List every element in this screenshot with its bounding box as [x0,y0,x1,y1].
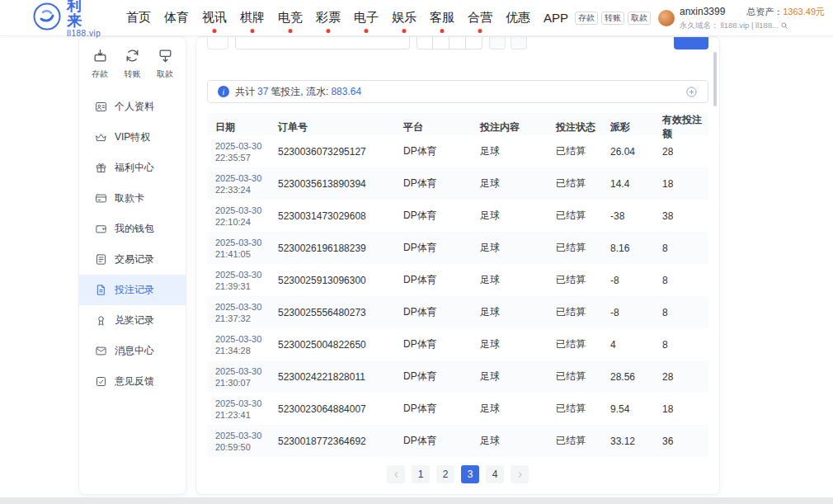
bet-content-cell: 足球 [480,273,556,287]
avatar[interactable] [658,10,675,26]
logo[interactable]: 利来 ll188.vip [33,0,101,38]
nav-item[interactable]: 视讯 [195,10,233,26]
sidebar-menu: 个人资料VIP特权福利中心取款卡我的钱包交易记录投注记录兑奖记录消息中心意见反馈 [79,92,186,397]
plus-circle-icon[interactable] [685,86,698,98]
filter-input[interactable] [235,36,410,49]
nav-item[interactable]: 优惠 [499,10,537,26]
table-row: 2025-03-3021:34:285230025004822650DP体育足球… [207,328,708,360]
nav-item[interactable]: 体育 [158,10,195,26]
payout-cell: -8 [610,307,662,318]
page-3[interactable]: 3 [461,465,479,483]
summary-volume: 883.64 [331,86,361,97]
payout-cell: 4 [610,339,662,351]
welfare-icon [95,162,107,174]
column-header: 派彩 [610,120,662,134]
chip-deposit[interactable]: 存款 [575,12,598,25]
summary-middle: 笔投注, 流水: [271,86,328,97]
sidebar-item-label: 福利中心 [115,161,154,175]
platform-cell: DP体育 [403,402,480,416]
table-header-row: 日期订单号平台投注内容投注状态派彩有效投注额 [207,113,708,135]
sidebar-item[interactable]: VIP特权 [79,122,186,153]
chip-withdraw[interactable]: 取款 [628,12,651,25]
pagination-prev[interactable] [387,465,405,483]
page-content: 存款转账取款 个人资料VIP特权福利中心取款卡我的钱包交易记录投注记录兑奖记录消… [0,36,833,495]
nav-item[interactable]: 客服 [423,10,461,26]
domain-search-icon[interactable] [780,21,788,30]
table-body: 2025-03-3022:35:575230036073295127DP体育足球… [207,135,708,457]
sidebar-item[interactable]: 取款卡 [79,183,186,214]
order-no-cell: 5230024221828011 [278,371,403,383]
payout-cell: -8 [610,275,662,286]
table-row: 2025-03-3021:37:325230025556480273DP体育足球… [207,296,708,328]
username: anxin3399 [680,6,725,18]
bet-content-cell: 足球 [480,177,556,191]
date-cell: 2025-03-3021:30:07 [215,365,278,389]
valid-amount-cell: 8 [662,307,708,318]
nav-item[interactable]: 娱乐 [385,10,423,26]
filter-icon-buttons[interactable] [489,36,527,49]
quick-action[interactable]: 转账 [125,48,141,80]
nav-item[interactable]: 彩票 [309,10,347,26]
date-cell: 2025-03-3021:23:41 [215,398,278,421]
table-row: 2025-03-3021:41:055230026196188239DP体育足球… [207,232,708,264]
quick-chips: 存款转账取款 [575,12,651,25]
quick-action[interactable]: 存款 [92,48,108,80]
date-cell: 2025-03-3021:41:05 [215,237,278,260]
bet-records-panel: i 共计37笔投注, 流水:883.64 日期订单号平台投注内容投注状态派彩有效… [195,36,720,495]
pagination-next[interactable] [511,465,529,483]
valid-amount-cell: 18 [662,178,708,190]
sidebar-item[interactable]: 意见反馈 [79,366,186,397]
payout-cell: -38 [610,210,662,222]
date-cell: 2025-03-3021:37:32 [215,301,278,324]
payout-cell: 14.4 [610,178,662,190]
filter-label-fragment [207,36,228,49]
platform-cell: DP体育 [403,305,480,319]
page-2[interactable]: 2 [436,465,454,483]
bet-content-cell: 足球 [480,209,556,223]
valid-amount-cell: 36 [662,436,708,447]
table-row: 2025-03-3022:10:245230031473029608DP体育足球… [207,200,708,232]
sidebar-item[interactable]: 消息中心 [79,336,186,366]
nav-item[interactable]: 棋牌 [233,10,271,26]
sidebar-item[interactable]: 我的钱包 [79,214,186,244]
nav-item[interactable]: 合营 [461,10,499,26]
nav-item[interactable]: APP [537,11,575,25]
scrollbar[interactable] [713,52,717,106]
chip-transfer[interactable]: 转账 [601,12,624,25]
order-no-cell: 5230035613890394 [278,178,403,190]
page-4[interactable]: 4 [486,465,504,483]
search-button[interactable] [674,36,708,49]
nav-item[interactable]: 电竞 [271,10,309,26]
valid-amount-cell: 8 [662,243,708,254]
sidebar-item[interactable]: 交易记录 [79,244,186,275]
valid-amount-cell: 28 [662,371,708,383]
horizontal-scrollbar[interactable] [0,497,833,504]
sidebar-item-label: 投注记录 [115,283,154,297]
sidebar-item-label: 个人资料 [115,100,154,114]
permanent-domain-label: 永久域名： [680,21,719,31]
order-no-cell: 5230025913096300 [278,275,403,286]
quick-action[interactable]: 取款 [157,48,173,80]
quick-action-label: 存款 [92,68,108,80]
nav-item[interactable]: 电子 [347,10,385,26]
order-no-cell: 5230031473029608 [278,210,403,222]
sidebar-item[interactable]: 福利中心 [79,153,186,183]
column-header: 有效投注额 [662,113,708,141]
page-1[interactable]: 1 [412,465,430,483]
status-cell: 已结算 [556,177,610,191]
filter-segment-buttons[interactable] [416,36,482,49]
status-cell: 已结算 [556,144,610,158]
sidebar-item-active[interactable]: 投注记录 [79,275,186,305]
status-cell: 已结算 [556,370,610,384]
bet-content-cell: 足球 [480,305,556,319]
nav-item[interactable]: 首页 [120,10,158,26]
sidebar-item[interactable]: 个人资料 [79,92,186,122]
bet-content-cell: 足球 [480,434,556,448]
bet-table: 日期订单号平台投注内容投注状态派彩有效投注额 2025-03-3022:35:5… [207,113,708,457]
sidebar-item[interactable]: 兑奖记录 [79,305,186,336]
sidebar-item-label: 兑奖记录 [115,313,154,327]
quick-action-label: 转账 [125,68,141,80]
feedback-icon [95,375,107,388]
permanent-domain-value: ll188.vip | ll188... [721,21,779,31]
summary-bar: i 共计37笔投注, 流水:883.64 [207,80,708,103]
